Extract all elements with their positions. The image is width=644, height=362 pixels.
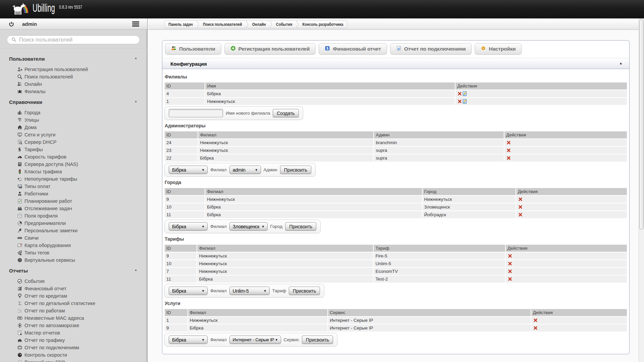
breadcrumb-item[interactable]: Онлайн: [248, 21, 269, 28]
logout-power-icon[interactable]: [9, 21, 14, 27]
delete-icon[interactable]: [518, 212, 523, 217]
sidebar-item[interactable]: Планирование работ: [0, 197, 147, 205]
form-label: Город: [270, 224, 283, 229]
breadcrumb-item[interactable]: Поиск пользователей: [199, 21, 246, 28]
quick-tab-button[interactable]: Регистрация пользователей: [224, 43, 316, 55]
submit-button[interactable]: Присвоить: [285, 222, 316, 231]
sidebar-section-header[interactable]: Пользователи▲: [0, 56, 147, 62]
delete-icon[interactable]: [507, 277, 513, 282]
edit-icon[interactable]: [462, 91, 467, 96]
sidebar-item[interactable]: Города: [0, 109, 147, 116]
sidebar-item[interactable]: $Тарифы: [0, 146, 147, 153]
sidebar-item[interactable]: Отчет по трафику: [0, 337, 147, 344]
sidebar-item[interactable]: Отчет по подключениям: [0, 344, 147, 351]
menu-toggle-icon[interactable]: [132, 21, 139, 26]
table-cell: Интернет - Серые IP: [328, 324, 530, 331]
sidebar-section-header[interactable]: Справочники▲: [0, 99, 147, 105]
row-actions-cell: [531, 317, 627, 324]
submit-button[interactable]: Присвоить: [302, 336, 333, 344]
search-input[interactable]: [19, 37, 130, 43]
sidebar-item[interactable]: Типы тегов: [0, 249, 147, 256]
branch-select[interactable]: Бібрка▼: [169, 166, 208, 174]
section-collapse-icon[interactable]: ▲: [135, 57, 137, 60]
sidebar-item[interactable]: Улицы: [0, 116, 147, 124]
sidebar-item[interactable]: Виртуальные сервисы: [0, 256, 147, 264]
new-branch-name-input[interactable]: [169, 109, 223, 117]
sidebar-item[interactable]: Скорость тарифов: [0, 153, 147, 161]
submit-button[interactable]: Присвоить: [289, 287, 320, 295]
delete-icon[interactable]: [506, 156, 511, 161]
breadcrumb-item[interactable]: Панель задач: [165, 21, 197, 28]
user-search-box[interactable]: [7, 35, 140, 44]
breadcrumb-item[interactable]: Консоль разработчика: [299, 21, 347, 28]
delete-icon[interactable]: [507, 261, 513, 266]
branches-icon: [17, 89, 22, 94]
sidebar-item[interactable]: События: [0, 278, 147, 285]
edit-icon[interactable]: [462, 99, 467, 104]
table-row: 11БібркаTest-2: [165, 276, 627, 283]
panel-collapse-icon[interactable]: ▲: [619, 61, 623, 65]
sidebar-item[interactable]: Контроль скорости: [0, 351, 147, 359]
quick-tab-button[interactable]: Пользователи: [165, 43, 221, 55]
sidebar-item[interactable]: Персональные заметки: [0, 227, 147, 234]
sidebar-item[interactable]: Регистрация пользователей: [0, 66, 147, 73]
delete-icon[interactable]: [518, 204, 523, 209]
sidebar-section-header[interactable]: Отчеты▲: [0, 268, 147, 274]
section-collapse-icon[interactable]: ▲: [135, 100, 137, 103]
sidebar-item[interactable]: Поиск пользователей: [0, 73, 147, 80]
quick-tab-button[interactable]: Отчет по подключениям: [390, 43, 472, 55]
scrollbar-track[interactable]: [639, 18, 644, 362]
sidebar-item[interactable]: Предприниматели: [0, 220, 147, 227]
sidebar-item[interactable]: Классы трафика: [0, 168, 147, 175]
column-header: Филиал: [198, 131, 373, 138]
sidebar-item[interactable]: Отчет по кредитам: [0, 292, 147, 300]
delete-icon[interactable]: [533, 318, 538, 323]
sidebar-item[interactable]: Дома: [0, 124, 147, 131]
target-select[interactable]: admin▼: [229, 166, 261, 174]
sidebar-item[interactable]: Непопулярные тарифы: [0, 175, 147, 183]
delete-icon[interactable]: [506, 140, 511, 145]
submit-button[interactable]: Создать: [273, 109, 299, 117]
scrollbar-thumb[interactable]: [639, 19, 644, 230]
sidebar-item-label: Сети и услуги: [24, 132, 55, 137]
sidebar-item[interactable]: Карта оборудования: [0, 242, 147, 249]
current-user-label[interactable]: admin: [22, 21, 37, 27]
sidebar-item[interactable]: Филиалы: [0, 88, 147, 95]
delete-icon[interactable]: [507, 253, 513, 258]
sidebar-item[interactable]: Отчет по работам: [0, 307, 147, 314]
sidebar-item[interactable]: ΣОтчет по детальной статистике: [0, 300, 147, 307]
target-select[interactable]: Unlim-5▼: [229, 287, 270, 295]
sidebar-item[interactable]: Типы оплат: [0, 183, 147, 190]
table-cell: Нижнежутьск: [423, 196, 516, 203]
delete-icon[interactable]: [518, 197, 523, 202]
sidebar-item[interactable]: Сервер DHCP: [0, 138, 147, 146]
delete-icon[interactable]: [457, 99, 462, 104]
breadcrumb-item[interactable]: События: [272, 21, 296, 28]
sidebar-item[interactable]: Свичи: [0, 234, 147, 242]
quick-tab-button[interactable]: Настройки: [475, 43, 522, 55]
sidebar-item[interactable]: Онлайн: [0, 80, 147, 88]
submit-button[interactable]: Присвоить: [280, 166, 311, 174]
row-actions-cell: [531, 324, 627, 331]
sidebar-item[interactable]: Мастер отчетов: [0, 329, 147, 337]
branch-select[interactable]: Бібрка▼: [169, 287, 208, 295]
delete-icon[interactable]: [507, 269, 513, 274]
sidebar-item[interactable]: Сервера доступа (NAS): [0, 161, 147, 168]
sidebar-item[interactable]: NAНеизвестные MAC адреса: [0, 314, 147, 322]
sidebar-item[interactable]: Финансовый отчет: [0, 285, 147, 292]
branch-select[interactable]: Бібрка▼: [169, 222, 208, 231]
sidebar-item[interactable]: Работники: [0, 190, 147, 197]
target-select[interactable]: Интернет - Серые IP▼: [229, 336, 281, 344]
branch-select[interactable]: Бібрка▼: [169, 336, 208, 344]
sidebar-item[interactable]: Текущий кеш FDB: [0, 359, 147, 362]
section-collapse-icon[interactable]: ▲: [135, 268, 137, 272]
target-select[interactable]: Зловещенск▼: [229, 222, 268, 231]
delete-icon[interactable]: [533, 325, 538, 330]
sidebar-item[interactable]: Отслеживание задач: [0, 205, 147, 212]
delete-icon[interactable]: [457, 91, 462, 96]
delete-icon[interactable]: [506, 148, 511, 153]
sidebar-item[interactable]: Сети и услуги: [0, 131, 147, 138]
quick-tab-button[interactable]: $Финансовый отчет: [319, 43, 387, 55]
sidebar-item[interactable]: Поля профиля: [0, 212, 147, 220]
sidebar-item[interactable]: Отчет по автозаморозке: [0, 322, 147, 329]
